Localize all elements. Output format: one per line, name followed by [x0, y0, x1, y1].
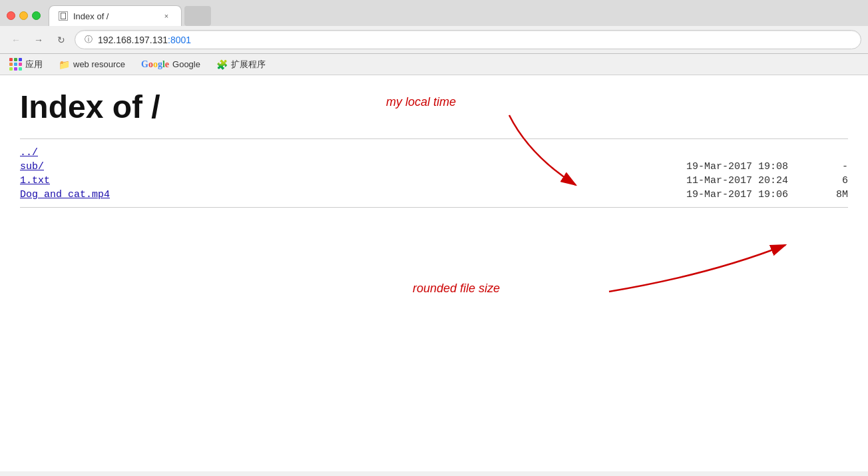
bookmark-apps[interactable]: 应用 — [7, 57, 45, 72]
address-port-text: :8001 — [168, 35, 191, 45]
address-bar[interactable]: ⓘ 192.168.197.131:8001 — [75, 30, 861, 49]
address-host-text: 192.168.197.131 — [98, 35, 168, 45]
file-date: 19-Mar-2017 19:06 — [648, 189, 808, 200]
security-icon: ⓘ — [85, 34, 93, 45]
reload-button[interactable]: ↻ — [52, 31, 71, 49]
top-divider — [20, 138, 848, 139]
new-tab-area[interactable] — [184, 6, 211, 26]
file-size: 8M — [808, 189, 848, 200]
address-host: 192.168.197.131:8001 — [98, 35, 191, 45]
bookmarks-bar: 应用 📁 web resource Google Google 🧩 扩展程序 — [0, 54, 868, 75]
folder-icon: 📁 — [59, 59, 70, 70]
annotations-overlay: my local time rounded file size — [0, 75, 868, 471]
file-size: - — [808, 161, 848, 172]
extensions-label: 扩展程序 — [231, 59, 266, 71]
google-icon: Google — [141, 59, 169, 70]
apps-label: 应用 — [25, 59, 43, 71]
file-link-1txt[interactable]: 1.txt — [20, 175, 206, 186]
file-date: 19-Mar-2017 19:08 — [648, 161, 808, 172]
table-row: 1.txt 11-Mar-2017 20:24 6 — [20, 174, 848, 188]
bottom-divider — [20, 207, 848, 208]
table-row: sub/ 19-Mar-2017 19:08 - — [20, 160, 848, 174]
traffic-lights — [7, 11, 41, 20]
apps-grid-icon — [9, 58, 22, 71]
minimize-button[interactable] — [19, 11, 28, 20]
maximize-button[interactable] — [32, 11, 41, 20]
google-label: Google — [172, 59, 200, 69]
bookmark-extensions[interactable]: 🧩 扩展程序 — [214, 57, 268, 72]
table-row: ../ — [20, 146, 848, 160]
file-size-annotation: rounded file size — [413, 282, 500, 296]
toolbar: ← → ↻ ⓘ 192.168.197.131:8001 — [0, 26, 868, 54]
file-date: 11-Mar-2017 20:24 — [648, 175, 808, 186]
page-content: Index of / ../ sub/ 19-Mar-2017 19:08 - … — [0, 75, 868, 471]
table-row: Dog and cat.mp4 19-Mar-2017 19:06 8M — [20, 188, 848, 202]
page-title: Index of / — [20, 89, 848, 125]
tab-title: Index of / — [73, 11, 156, 21]
tab-bar: Index of / × — [49, 5, 861, 26]
file-size: 6 — [808, 175, 848, 186]
puzzle-icon: 🧩 — [216, 59, 228, 70]
bookmark-web-resource[interactable]: 📁 web resource — [56, 58, 128, 71]
web-resource-label: web resource — [73, 59, 125, 69]
file-link-sub[interactable]: sub/ — [20, 161, 206, 172]
active-tab[interactable]: Index of / × — [49, 5, 182, 26]
bookmark-google[interactable]: Google Google — [138, 58, 203, 71]
tab-close-button[interactable]: × — [161, 11, 172, 21]
tab-favicon — [59, 11, 68, 21]
file-listing: ../ sub/ 19-Mar-2017 19:08 - 1.txt 11-Ma… — [20, 146, 848, 202]
close-button[interactable] — [7, 11, 15, 20]
forward-button[interactable]: → — [29, 31, 48, 49]
file-link-mp4[interactable]: Dog and cat.mp4 — [20, 189, 206, 200]
file-link-parent[interactable]: ../ — [20, 147, 206, 158]
annotation-arrows — [0, 75, 868, 471]
back-button[interactable]: ← — [7, 31, 25, 49]
